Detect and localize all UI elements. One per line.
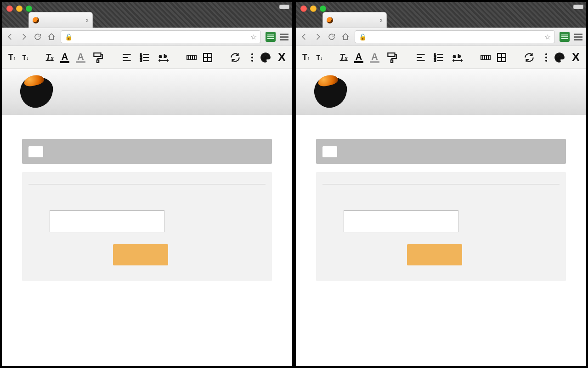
back-button[interactable]	[6, 32, 15, 41]
url-bar: 🔒 ☆	[296, 28, 586, 46]
highlight-color-icon[interactable]: A	[370, 52, 379, 63]
text-color-icon[interactable]: A	[354, 52, 363, 63]
forward-button[interactable]	[313, 32, 322, 41]
svg-text:a: a	[453, 53, 456, 58]
close-toolbar-icon[interactable]: X	[572, 50, 580, 64]
profile-chip[interactable]	[573, 5, 583, 9]
grid-icon[interactable]	[497, 53, 506, 62]
grid-icon[interactable]	[203, 53, 212, 62]
home-button[interactable]	[47, 32, 56, 41]
window-controls	[300, 6, 326, 12]
svg-text:b: b	[458, 53, 461, 58]
favicon-icon	[33, 17, 39, 23]
svg-point-7	[263, 56, 264, 57]
page-viewport	[296, 69, 586, 366]
close-window-icon[interactable]	[300, 6, 307, 12]
ruler-icon[interactable]	[481, 55, 491, 60]
align-icon[interactable]	[415, 52, 427, 63]
letter-spacing-icon[interactable]: ab	[158, 52, 170, 63]
text-color-icon[interactable]: A	[60, 52, 69, 63]
svg-rect-1	[96, 60, 98, 62]
svg-rect-11	[390, 60, 392, 62]
svg-rect-0	[94, 53, 101, 57]
svg-point-19	[560, 56, 562, 57]
list-icon[interactable]: 123	[139, 52, 151, 63]
job-description-bar	[316, 139, 566, 164]
close-toolbar-icon[interactable]: X	[278, 50, 286, 64]
font-decrease-icon[interactable]: T↓	[317, 54, 323, 61]
page-viewport	[2, 69, 292, 366]
window-titlebar: x	[2, 2, 292, 28]
browser-tab[interactable]: x	[322, 12, 387, 28]
extension-toolbar: T↑ T↓ Tx A A 123 ab	[296, 46, 586, 69]
extension-badge-icon[interactable]	[560, 32, 570, 42]
svg-text:a: a	[159, 53, 162, 58]
browser-menu-icon[interactable]	[280, 34, 288, 40]
next-button[interactable]	[407, 244, 462, 265]
forward-button[interactable]	[19, 32, 28, 41]
extension-badge-icon[interactable]	[266, 32, 276, 42]
left-pane: x 🔒 ☆ T↑ T↓ Tx A	[0, 0, 294, 368]
list-icon[interactable]: 123	[433, 52, 445, 63]
refresh-icon[interactable]	[229, 52, 241, 63]
url-field[interactable]: 🔒 ☆	[61, 30, 261, 43]
svg-point-9	[266, 56, 268, 57]
svg-text:3: 3	[140, 58, 142, 62]
reload-button[interactable]	[33, 32, 42, 41]
more-options-icon[interactable]	[545, 53, 547, 62]
lock-icon: 🔒	[65, 33, 73, 40]
step-heading	[28, 180, 266, 184]
italic-icon[interactable]: Tx	[340, 52, 348, 62]
minimize-window-icon[interactable]	[310, 6, 317, 12]
tab-close-icon[interactable]: x	[380, 17, 383, 23]
maximize-window-icon[interactable]	[320, 6, 326, 12]
browser-tab[interactable]: x	[28, 12, 93, 28]
tab-close-icon[interactable]: x	[86, 17, 89, 23]
highlight-color-icon[interactable]: A	[76, 52, 85, 63]
step-heading	[322, 180, 560, 184]
ruler-icon[interactable]	[187, 55, 197, 60]
apply-form-card	[22, 172, 272, 281]
apply-form-card	[316, 172, 566, 281]
letter-spacing-icon[interactable]: ab	[452, 52, 464, 63]
back-button[interactable]	[300, 32, 309, 41]
svg-point-17	[557, 56, 558, 57]
palette-icon[interactable]	[260, 52, 271, 63]
reload-button[interactable]	[327, 32, 336, 41]
browser-menu-icon[interactable]	[574, 34, 582, 40]
site-header	[296, 69, 586, 115]
email-input[interactable]	[344, 210, 458, 232]
align-icon[interactable]	[121, 52, 133, 63]
more-options-icon[interactable]	[251, 53, 253, 62]
favicon-icon	[327, 17, 333, 23]
job-description-bar	[22, 139, 272, 164]
view-job-description-button[interactable]	[28, 146, 43, 157]
next-button[interactable]	[113, 244, 168, 265]
minimize-window-icon[interactable]	[16, 6, 23, 12]
bookmark-star-icon[interactable]: ☆	[544, 33, 551, 41]
view-job-description-button[interactable]	[322, 146, 337, 157]
svg-text:3: 3	[434, 58, 436, 62]
url-bar: 🔒 ☆	[2, 28, 292, 46]
paint-roller-icon[interactable]	[92, 52, 104, 63]
site-logo[interactable]	[314, 76, 347, 108]
palette-icon[interactable]	[554, 52, 565, 63]
site-logo[interactable]	[20, 76, 53, 108]
maximize-window-icon[interactable]	[26, 6, 32, 12]
home-button[interactable]	[341, 32, 350, 41]
font-decrease-icon[interactable]: T↓	[23, 54, 29, 61]
bookmark-star-icon[interactable]: ☆	[250, 33, 257, 41]
paint-roller-icon[interactable]	[386, 52, 398, 63]
font-increase-icon[interactable]: T↑	[8, 52, 16, 62]
profile-chip[interactable]	[279, 5, 289, 9]
window-titlebar: x	[296, 2, 586, 28]
svg-rect-10	[388, 53, 395, 57]
lock-icon: 🔒	[359, 33, 367, 40]
close-window-icon[interactable]	[6, 6, 13, 12]
right-pane: x 🔒 ☆ T↑ T↓ Tx A A	[294, 0, 588, 368]
email-input[interactable]	[50, 210, 164, 232]
refresh-icon[interactable]	[523, 52, 535, 63]
italic-icon[interactable]: Tx	[46, 52, 54, 62]
font-increase-icon[interactable]: T↑	[302, 52, 310, 62]
url-field[interactable]: 🔒 ☆	[355, 30, 555, 43]
